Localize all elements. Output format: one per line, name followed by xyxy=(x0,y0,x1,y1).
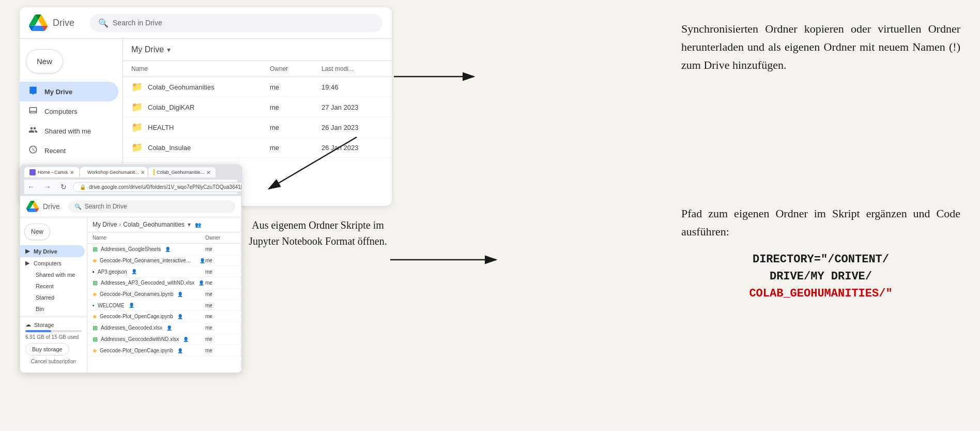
col-name: Name xyxy=(131,65,270,72)
table-row[interactable]: ▦ Addresses_AP3_Geocoded_withND.xlsx 👤 m… xyxy=(87,277,241,289)
table-row[interactable]: ▪ AP3.geojson 👤 me xyxy=(87,266,241,277)
sidebar-item-shared-small[interactable]: Shared with me xyxy=(20,269,87,280)
small-drive-body: New ▶ My Drive ▶ Computers Shared with m… xyxy=(20,217,241,373)
top-text-content: Synchronisierten Ordner kopieren oder vi… xyxy=(681,22,960,71)
refresh-button[interactable]: ↻ xyxy=(57,182,70,192)
computers-icon-small: ▶ xyxy=(25,260,29,266)
tab-close-icon[interactable]: ✕ xyxy=(70,170,74,175)
file-name: Geocode-Plot_Geonames_interactiveMAP.ipy… xyxy=(100,258,195,263)
forward-button[interactable]: → xyxy=(41,182,54,192)
tab-close-icon[interactable]: ✕ xyxy=(141,170,145,175)
browser-tab-colab[interactable]: Colab_Geohumanitie... ✕ xyxy=(148,167,216,177)
mydrive-icon-small: ▶ xyxy=(25,248,29,255)
sidebar-item-recent-small[interactable]: Recent xyxy=(20,280,87,292)
table-row[interactable]: ◈ Geocode-Plot_Geonames_interactiveMAP.i… xyxy=(87,255,241,266)
new-button-large[interactable]: New xyxy=(26,49,63,73)
search-bar-large[interactable]: 🔍 Search in Drive xyxy=(90,14,382,32)
file-owner: me xyxy=(205,269,236,275)
table-row[interactable]: 📁 Colab_DigiKAR me 27 Jan 2023 xyxy=(123,97,392,117)
arrow-right-top xyxy=(394,70,482,83)
text-block-bottom: Pfad zum eigenen Ordner im Skript ergänz… xyxy=(681,204,960,302)
table-row[interactable]: ▦ Addresses_Geocoded.xlsx 👤 me xyxy=(87,322,241,334)
file-name: Addresses_GeocodedwithND.xlsx xyxy=(101,336,179,342)
sidebar-item-mydrive[interactable]: My Drive xyxy=(20,82,118,101)
sidebar-label-computers: Computers xyxy=(44,108,78,115)
file-name-cell: ▪ WELCOME 👤 xyxy=(93,302,205,308)
col-name-small: Name xyxy=(93,235,205,241)
file-name-cell: 📁 Colab_Geohumanities xyxy=(131,81,270,93)
table-row[interactable]: ▦ Addresses_GeocodedwithND.xlsx 👤 me xyxy=(87,334,241,345)
file-name: WELCOME xyxy=(98,303,125,308)
sidebar-item-starred-small[interactable]: Starred xyxy=(20,292,87,303)
code-block: DIRECTORY="/CONTENT/ DRIVE/MY DRIVE/ COL… xyxy=(681,251,960,302)
browser-tab-workshop[interactable]: Workshop Geohumanit... ✕ xyxy=(80,167,147,177)
file-name: AP3.geojson xyxy=(98,269,127,275)
svg-line-3 xyxy=(269,137,357,189)
file-name: Geocode-Plot_OpenCage.ipynb xyxy=(100,314,173,319)
col-owner-small: Owner xyxy=(205,235,236,241)
search-bar-small[interactable]: 🔍 Search in Drive xyxy=(68,200,235,213)
shared-badge: 👤 xyxy=(131,269,137,274)
new-button-small[interactable]: New xyxy=(24,224,50,240)
sidebar-item-recent[interactable]: Recent xyxy=(20,141,118,160)
lock-icon: 🔒 xyxy=(80,184,86,190)
col-owner: Owner xyxy=(270,65,321,72)
file-owner: me xyxy=(205,348,236,353)
cancel-subscription-text: Cancel subscription xyxy=(25,359,82,364)
file-name-cell: 📁 Colab_Insulae xyxy=(131,142,270,153)
file-modified: 26 Jan 2023 xyxy=(321,124,384,131)
dropdown-icon[interactable]: ▾ xyxy=(167,46,171,54)
back-button[interactable]: ← xyxy=(24,182,38,192)
sidebar-item-computers-small[interactable]: ▶ Computers xyxy=(20,257,87,269)
search-placeholder-small: Search in Drive xyxy=(85,203,127,210)
file-name-cell: ▦ Addresses_AP3_Geocoded_withND.xlsx 👤 xyxy=(93,279,205,286)
browser-tab-canva[interactable]: Home - Canva ✕ xyxy=(24,167,79,177)
file-owner: me xyxy=(270,103,321,111)
table-row[interactable]: ▦ Addresses_GoogleSheets 👤 me xyxy=(87,244,241,255)
sidebar-label-small: My Drive xyxy=(34,248,57,255)
table-row[interactable]: 📁 Colab_Geohumanities me 19:46 xyxy=(123,77,392,97)
table-row[interactable]: ◈ Geocode-Plot_OpenCage.ipynb 👤 me xyxy=(87,345,241,356)
file-owner: me xyxy=(270,124,321,131)
recent-icon xyxy=(28,145,38,156)
sidebar-label-shared: Shared with me xyxy=(44,127,91,135)
file-name-cell: ▦ Addresses_GeocodedwithND.xlsx 👤 xyxy=(93,336,205,343)
table-row[interactable]: ◈ Geocode-Plot_Geonames.ipynb 👤 me xyxy=(87,289,241,300)
tab-label: Home - Canva xyxy=(38,170,68,175)
xlsx-icon: ▦ xyxy=(93,324,98,331)
geojson-icon: ▪ xyxy=(93,269,95,275)
sidebar-item-shared[interactable]: Shared with me xyxy=(20,121,118,141)
sidebar-item-computers[interactable]: Computers xyxy=(20,101,118,121)
url-text: drive.google.com/drive/u/0/folders/1V_wq… xyxy=(89,184,242,190)
file-owner: me xyxy=(205,291,236,297)
file-name: Addresses_Geocoded.xlsx xyxy=(101,325,162,331)
table-row[interactable]: ◈ Geocode-Plot_OpenCage.ipynb 👤 me xyxy=(87,311,241,322)
buy-storage-button[interactable]: Buy storage xyxy=(25,343,69,355)
shared-badge: 👤 xyxy=(200,258,205,263)
search-icon-large: 🔍 xyxy=(98,18,109,28)
storage-fill xyxy=(25,330,51,332)
file-name: HEALTH xyxy=(148,124,174,131)
breadcrumb-large: My Drive ▾ xyxy=(123,39,392,61)
file-name: Geocode-Plot_Geonames.ipynb xyxy=(100,291,173,297)
storage-bar xyxy=(25,330,82,332)
file-owner: me xyxy=(205,336,236,342)
file-owner: me xyxy=(270,83,321,91)
xlsx-icon: ▦ xyxy=(93,336,98,343)
sidebar-item-bin-small[interactable]: Bin xyxy=(20,303,87,315)
url-bar[interactable]: 🔒 drive.google.com/drive/u/0/folders/1V_… xyxy=(73,182,242,192)
breadcrumb-separator: › xyxy=(119,221,121,228)
manage-members-icon: 👥 xyxy=(195,222,201,228)
sidebar-label-small: Recent xyxy=(36,283,54,289)
tab-close-icon[interactable]: ✕ xyxy=(206,170,210,175)
breadcrumb-small: My Drive › Colab_Geohumanities ▾ 👥 xyxy=(87,217,241,232)
shared-badge: 👤 xyxy=(177,292,183,297)
ipynb-icon: ◈ xyxy=(93,257,97,264)
folder-icon: 📁 xyxy=(131,122,143,133)
table-row[interactable]: ▪ WELCOME 👤 me xyxy=(87,300,241,311)
tab-favicon xyxy=(29,169,36,175)
breadcrumb-dropdown[interactable]: ▾ xyxy=(188,221,191,228)
sidebar-item-mydrive-small[interactable]: ▶ My Drive xyxy=(20,245,85,257)
search-icon-small: 🔍 xyxy=(74,203,82,210)
bottom-text-content: Pfad zum eigenen Ordner im Skript ergänz… xyxy=(681,207,960,238)
